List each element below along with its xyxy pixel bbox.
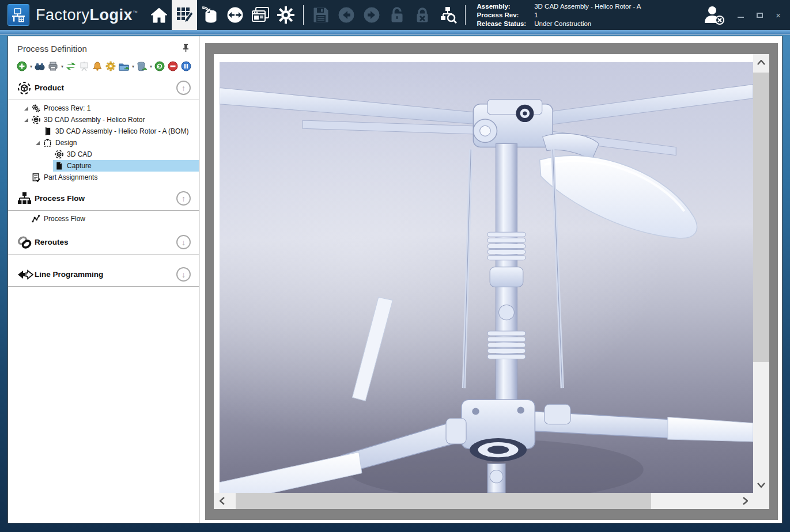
vertical-scroll-thumb[interactable] [753,73,769,362]
info-label: Assembly: [477,2,527,10]
tree-item-label: Capture [67,162,92,170]
scroll-up-arrow[interactable] [753,54,769,70]
pin-icon[interactable] [181,42,191,55]
presentation-icon [79,61,89,71]
print-button[interactable] [47,60,59,72]
section-reroutes[interactable]: Reroutes ↓ [8,230,199,254]
titlebar: FactoryLogix™ [0,0,790,30]
process-definition-tab[interactable] [172,0,197,30]
tree-item-label: 3D CAD Assembly - Helico Rotor [44,116,145,124]
org-chart-icon [17,192,35,206]
toolbar-separator [303,5,304,25]
horizontal-scroll-thumb[interactable] [236,493,651,509]
user-logout-icon[interactable] [703,5,727,25]
gear-gold-icon [105,61,116,71]
add-dropdown-caret[interactable]: ▾ [30,64,32,69]
tree-item-3d-cad[interactable]: 3D CAD [8,149,199,160]
deactivate-button[interactable] [167,60,179,72]
toolbar-separator [465,5,466,25]
tree-item-label: Process Flow [44,215,85,223]
info-label: Release Status: [477,20,527,28]
tree-item-capture[interactable]: Capture [8,160,199,172]
lock-x-button[interactable] [410,0,435,30]
flow-search-button[interactable] [435,0,460,30]
scroll-down-arrow[interactable] [753,477,769,493]
find-button[interactable] [34,60,46,72]
scrollbar-corner [753,493,769,509]
vertical-scrollbar[interactable] [753,54,769,493]
minimize-button[interactable] [738,16,744,18]
app-window: Process Definition ▾▾▾▾ Product [7,36,783,523]
document-icon [54,161,64,170]
section-product[interactable]: Product ↑ [8,76,199,100]
close-button[interactable]: × [776,11,781,20]
unlock-button[interactable] [384,0,410,30]
exchange-button[interactable] [65,60,77,72]
scroll-left-arrow[interactable] [214,493,230,509]
chain-links-icon [17,235,35,249]
save-icon [313,7,329,23]
assembly-info: Assembly:3D CAD Assembly - Helico Rotor … [477,2,641,28]
tree-expander-icon[interactable] [22,107,30,111]
assignments-icon [31,173,41,182]
print-dropdown-caret[interactable]: ▾ [61,64,63,69]
tree-expander-icon[interactable] [33,141,41,145]
capture-page [214,54,769,509]
gears-icon [31,104,41,113]
home-button[interactable] [146,0,172,30]
forward-icon [363,6,380,24]
tree-item-process-rev-1[interactable]: Process Rev: 1 [8,102,199,114]
accent-strip [0,30,790,35]
transfer-icon [226,6,244,24]
scroll-up-icon[interactable]: ↑ [176,191,191,206]
pause-circle-icon [181,61,191,71]
section-line-programming[interactable]: Line Programming ↓ [8,263,199,286]
section-label: Process Flow [35,194,176,203]
settings-button[interactable] [273,0,298,30]
process-definition-panel: Process Definition ▾▾▾▾ Product [8,36,199,523]
info-value: Under Construction [534,20,641,28]
info-value: 1 [534,11,641,19]
tree-item-label: Process Rev: 1 [44,104,90,112]
material-button[interactable] [197,0,222,30]
documents-icon [251,6,270,24]
tree-expander-icon[interactable] [22,118,30,122]
trash-icon [137,61,147,71]
tree-item-3d-cad-assembly-helico-rotor-a-bom[interactable]: 3D CAD Assembly - Helico Rotor - A (BOM) [8,126,199,137]
process-tree: Process Rev: 13D CAD Assembly - Helico R… [8,100,199,187]
lock-x-icon [414,7,430,23]
scroll-down-icon[interactable]: ↓ [176,267,191,282]
publish-button[interactable] [118,60,130,72]
cube3d-icon [54,150,64,159]
delete-dropdown-caret[interactable]: ▾ [150,64,152,69]
info-value: 3D CAD Assembly - Helico Rotor - A [534,2,641,10]
scroll-right-arrow[interactable] [737,493,753,509]
scroll-up-icon[interactable]: ↑ [176,81,191,95]
configure-button[interactable] [105,60,116,72]
back-button[interactable] [334,0,359,30]
maximize-button[interactable] [757,13,763,18]
forward-button[interactable] [359,0,384,30]
add-button[interactable] [16,60,28,72]
flow-path-icon [31,214,41,223]
horizontal-scrollbar[interactable] [214,493,753,509]
documents-button[interactable] [248,0,273,30]
notify-button[interactable] [92,60,103,72]
suspend-button[interactable] [180,60,192,72]
tree-item-3d-cad-assembly-helico-rotor[interactable]: 3D CAD Assembly - Helico Rotor [8,114,199,126]
tree-item-part-assignments[interactable]: Part Assignments [8,172,199,183]
section-process-flow[interactable]: Process Flow ↑ [8,187,199,210]
flow-search-icon [439,6,457,24]
scroll-down-icon[interactable]: ↓ [176,235,191,249]
panel-title: Process Definition [17,44,181,54]
home-icon [150,7,168,23]
delete-button[interactable] [136,60,148,72]
flow-item-process-flow[interactable]: Process Flow [8,213,199,225]
line-arrows-icon [17,269,35,280]
save-button[interactable] [308,0,334,30]
tree-item-design[interactable]: Design [8,137,199,149]
transfer-button[interactable] [222,0,248,30]
publish-dropdown-caret[interactable]: ▾ [132,64,134,69]
panel-toolbar: ▾▾▾▾ [8,58,199,76]
activate-button[interactable] [154,60,165,72]
